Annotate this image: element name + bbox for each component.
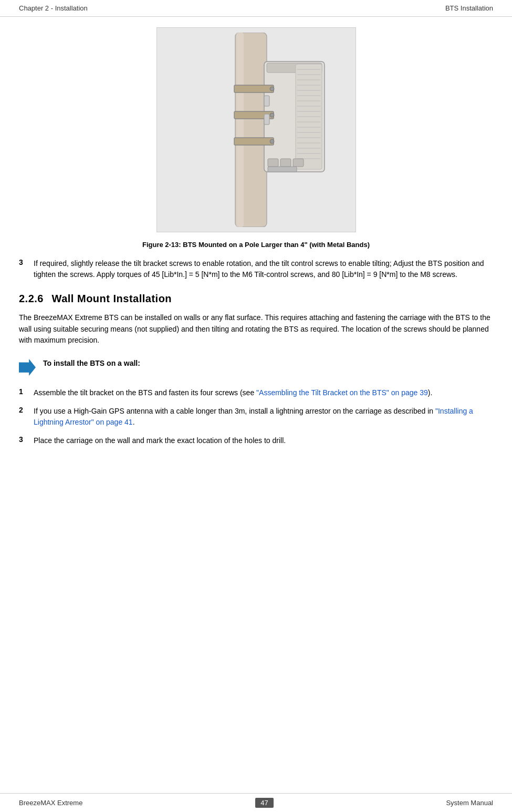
svg-rect-25 xyxy=(293,159,304,167)
main-content: Figure 2-13: BTS Mounted on a Pole Large… xyxy=(0,17,512,485)
header-right: BTS Installation xyxy=(445,4,493,12)
tip-box: To install the BTS on a wall: xyxy=(19,356,493,378)
svg-rect-1 xyxy=(236,33,244,227)
step2-text-before: If you use a High-Gain GPS antenna with … xyxy=(34,407,435,415)
header-left: Chapter 2 - Installation xyxy=(19,4,88,12)
figure-caption: Figure 2-13: BTS Mounted on a Pole Large… xyxy=(142,241,370,249)
wall-steps: 1 Assemble the tilt bracket on the BTS a… xyxy=(19,387,493,446)
svg-rect-33 xyxy=(264,114,269,125)
svg-rect-28 xyxy=(234,138,274,145)
step1-text-after: ). xyxy=(428,388,433,397)
svg-rect-24 xyxy=(280,159,291,167)
wall-step-text-3: Place the carriage on the wall and mark … xyxy=(34,435,286,446)
wall-step-text-1: Assemble the tilt bracket on the BTS and… xyxy=(34,387,432,398)
page-footer: BreezeMAX Extreme 47 System Manual xyxy=(0,793,512,812)
footer-right: System Manual xyxy=(446,799,493,807)
wall-step-3: 3 Place the carriage on the wall and mar… xyxy=(19,435,493,446)
svg-rect-26 xyxy=(234,85,274,92)
figure-image xyxy=(156,27,356,232)
page-header: Chapter 2 - Installation BTS Installatio… xyxy=(0,0,512,17)
wall-step-text-2: If you use a High-Gain GPS antenna with … xyxy=(34,406,493,428)
tip-arrow-icon xyxy=(19,359,36,376)
step2-text-after: . xyxy=(133,418,135,426)
intro-steps: 3 If required, slightly release the tilt… xyxy=(19,258,493,280)
footer-page-number: 47 xyxy=(255,798,273,808)
tip-label: To install the BTS on a wall: xyxy=(43,358,140,369)
step1-text-before: Assemble the tilt bracket on the BTS and… xyxy=(34,388,256,397)
svg-point-31 xyxy=(270,139,274,143)
section-title: Wall Mount Installation xyxy=(52,293,172,304)
step-text: If required, slightly release the tilt b… xyxy=(34,258,493,280)
bts-illustration xyxy=(167,33,346,227)
svg-rect-34 xyxy=(268,167,297,172)
section-number: 2.2.6 xyxy=(19,293,44,304)
step1-link[interactable]: "Assembling the Tilt Bracket on the BTS"… xyxy=(256,388,428,397)
body-paragraph: The BreezeMAX Extreme BTS can be install… xyxy=(19,312,493,346)
wall-step-number-3: 3 xyxy=(19,435,27,446)
wall-step-number-1: 1 xyxy=(19,387,27,398)
step-number: 3 xyxy=(19,258,27,280)
wall-step-number-2: 2 xyxy=(19,406,27,428)
figure-container: Figure 2-13: BTS Mounted on a Pole Large… xyxy=(19,27,493,249)
svg-rect-23 xyxy=(268,159,278,167)
wall-step-2: 2 If you use a High-Gain GPS antenna wit… xyxy=(19,406,493,428)
wall-step-1: 1 Assemble the tilt bracket on the BTS a… xyxy=(19,387,493,398)
svg-rect-32 xyxy=(264,96,269,106)
section-heading: 2.2.6 Wall Mount Installation xyxy=(19,293,493,305)
step-item: 3 If required, slightly release the tilt… xyxy=(19,258,493,280)
svg-point-29 xyxy=(270,87,274,91)
svg-point-30 xyxy=(270,113,274,117)
footer-left: BreezeMAX Extreme xyxy=(19,799,82,807)
